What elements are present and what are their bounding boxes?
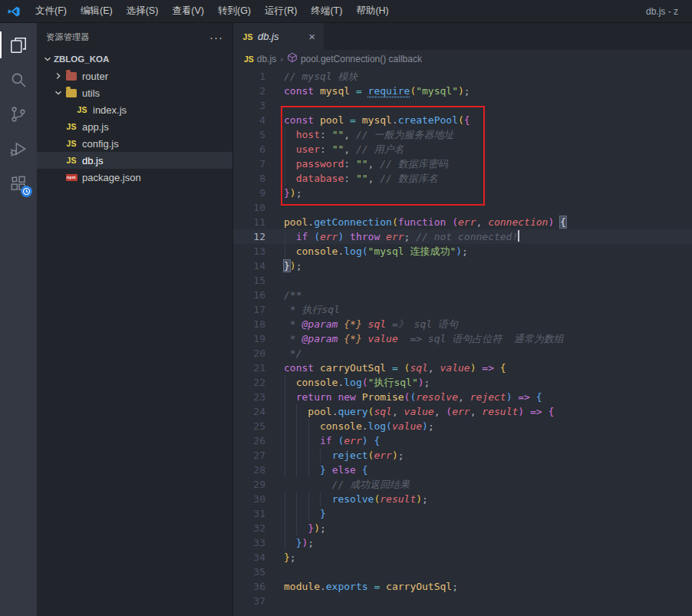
token: , [428,362,440,374]
text-cursor [518,230,519,242]
indent-guide [308,506,309,521]
tree-item-zblog-koa[interactable]: ZBLOG_KOA [37,51,232,68]
code-line[interactable]: 16/** [233,288,692,302]
token: : [320,129,332,140]
indent-guide [285,433,285,448]
tree-item-app-js[interactable]: JSapp.js [37,118,232,135]
code-line[interactable]: 19 * @param {*} value => sql 语句占位符 通常为数组 [233,331,692,346]
token: , [470,406,483,417]
code-line[interactable]: 27 reject(err); [233,448,692,463]
code-line-content: /** [284,288,302,302]
token: if [296,231,308,242]
line-number: 6 [233,142,265,156]
search-icon[interactable] [0,62,37,97]
token [308,231,314,242]
code-line[interactable]: 32 }); [233,521,692,535]
code-line[interactable]: 14}); [233,259,692,273]
code-line[interactable]: 17 * 执行sql [233,302,692,317]
code-line[interactable]: 2const mysql = require("mysql"); [233,84,692,98]
code-line[interactable]: 26 if (err) { [233,433,692,448]
tree-item-config-js[interactable]: JSconfig.js [37,135,232,152]
indent-guide [296,404,297,419]
indent-guide [285,492,285,506]
code-line[interactable]: 10 [233,200,692,215]
menu-item-0[interactable]: 文件(F) [28,0,74,22]
sidebar-more-actions-icon[interactable]: ··· [209,31,223,44]
code-line[interactable]: 20 */ [233,346,692,361]
code-line[interactable]: 30 resolve(result); [233,492,692,506]
code-line[interactable]: 24 pool.query(sql, value, (err, result) … [233,404,692,419]
tab-label: db.js [258,31,306,42]
tree-item-router[interactable]: router [37,68,232,84]
line-number: 10 [233,200,265,215]
tree-item-db-js[interactable]: JSdb.js [37,152,232,169]
token [356,114,362,126]
code-line[interactable]: 6 user: "", // 用户名 [233,142,692,156]
code-line-content: database: "", // 数据库名 [284,171,438,186]
code-line[interactable]: 21const carryOutSql = (sql, value) => { [233,361,692,375]
code-line[interactable]: 12 if (err) throw err; // not connected! [233,229,692,244]
menu-item-6[interactable]: 终端(T) [304,0,349,22]
code-line[interactable]: 23 return new Promise((resolve, reject) … [233,390,692,404]
breadcrumb-item-0[interactable]: JSdb.js [244,54,276,64]
tree-item-utils[interactable]: utils [37,84,232,101]
tab-dbjs[interactable]: JS db.js × [233,23,324,50]
code-line[interactable]: 37 [233,594,692,608]
token: query [338,406,367,417]
menu-item-2[interactable]: 选择(S) [120,0,166,22]
tab-close-icon[interactable]: × [306,30,318,43]
menu-item-5[interactable]: 运行(R) [258,0,304,22]
token: } [320,464,326,476]
line-number: 24 [233,404,265,419]
code-line[interactable]: 11pool.getConnection(function (err, conn… [233,215,692,229]
code-line[interactable]: 9}); [233,186,692,200]
token [554,216,560,228]
breadcrumb-item-1[interactable]: pool.getConnection() callback [287,52,422,65]
extensions-icon[interactable] [0,166,37,200]
menu-item-7[interactable]: 帮助(H) [349,0,395,22]
tree-item-index-js[interactable]: JSindex.js [37,101,232,118]
code-line[interactable]: 33 }); [233,535,692,550]
code-line[interactable]: 22 console.log("执行sql"); [233,375,692,390]
menu-item-3[interactable]: 查看(V) [165,0,211,22]
breadcrumb-label: db.js [257,54,276,64]
code-line[interactable]: 31 } [233,506,692,521]
code-line[interactable]: 7 password: "", // 数据库密码 [233,156,692,171]
token: =》 sql 语句 [386,318,458,330]
code-line[interactable]: 29 // 成功返回结果 [233,477,692,492]
code-line[interactable]: 3 [233,98,692,113]
code-line[interactable]: 13 console.log("mysql 连接成功"); [233,244,692,259]
run-and-debug-icon[interactable] [0,131,37,166]
token: ( [314,231,320,242]
code-line[interactable]: 8 database: "", // 数据库名 [233,171,692,186]
token: ( [362,245,368,257]
code-line-content: }); [284,186,302,200]
code-line-content: }); [284,521,326,535]
code-line[interactable]: 1// mysql 模块 [233,69,692,84]
editor-code-area[interactable]: 1// mysql 模块2const mysql = require("mysq… [233,68,692,616]
code-line[interactable]: 36module.exports = carryOutSql; [233,579,692,594]
explorer-icon[interactable] [0,28,37,62]
token: "mysql 连接成功" [368,245,456,257]
token: value [440,362,470,374]
code-line[interactable]: 4const pool = mysql.createPool({ [233,113,692,127]
code-line-content: // mysql 模块 [284,69,358,84]
source-control-icon[interactable] [0,97,37,131]
menu-item-4[interactable]: 转到(G) [211,0,258,22]
menu-item-1[interactable]: 编辑(E) [74,0,120,22]
token: ; [296,187,302,199]
token: */ [284,348,302,359]
line-number: 9 [233,186,265,200]
code-line[interactable]: 35 [233,565,692,579]
tree-item-package-json[interactable]: npmpackage.json [37,169,232,186]
line-number: 4 [233,113,265,127]
code-line[interactable]: 18 * @param {*} sql =》 sql 语句 [233,317,692,331]
line-number: 37 [233,594,265,608]
code-line[interactable]: 15 [233,273,692,288]
code-line[interactable]: 28 } else { [233,463,692,477]
indent-guide [308,419,309,433]
token: log [368,420,386,432]
code-line[interactable]: 5 host: "", // 一般为服务器地址 [233,127,692,142]
code-line[interactable]: 25 console.log(value); [233,419,692,433]
code-line[interactable]: 34}; [233,550,692,565]
